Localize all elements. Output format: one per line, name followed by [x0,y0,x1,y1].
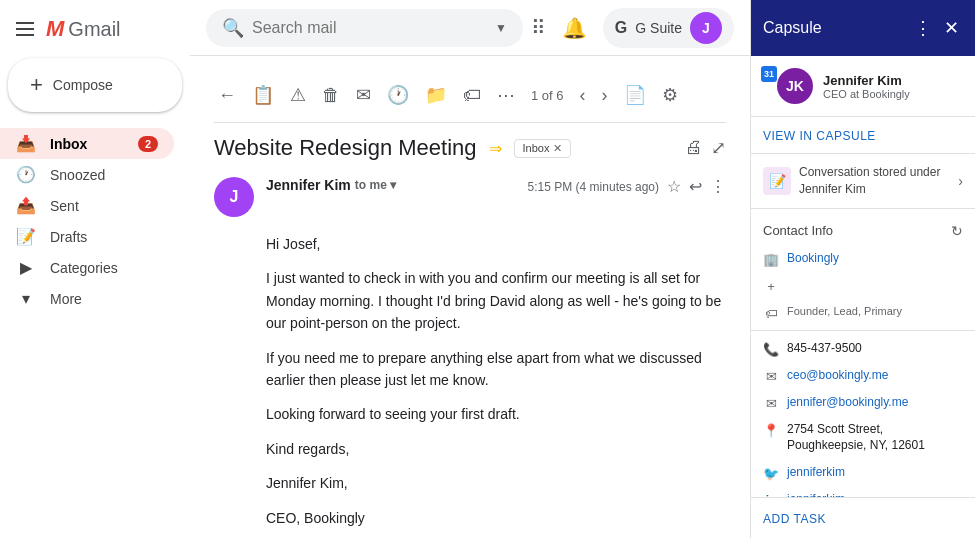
conversation-chevron-icon: › [958,173,963,189]
gmail-text: Gmail [68,18,120,41]
email-content-area: ← 📋 ⚠ 🗑 ✉ 🕐 📁 🏷 ⋯ 1 of 6 ‹ › 📄 ⚙ Website… [190,56,750,538]
sidebar-item-drafts[interactable]: 📝 Drafts [0,221,174,252]
twitter-value[interactable]: jenniferkim [787,464,845,481]
more-actions-icon[interactable]: ⋯ [493,80,519,110]
snooze-icon[interactable]: 🕐 [383,80,413,110]
print-icon[interactable]: 🖨 [685,137,703,159]
sidebar-item-more[interactable]: ▾ More [0,283,190,314]
conversation-stored[interactable]: 📝 Conversation stored under Jennifer Kim… [751,154,975,209]
more-options-icon[interactable]: ⋮ [710,177,726,196]
view-in-capsule-link[interactable]: VIEW IN CAPSULE [763,129,876,143]
sender-name: Jennifer Kim to me ▾ [266,177,516,193]
forwarded-icon: ⇒ [489,139,502,158]
contact-info-section: Contact Info ↻ 🏢 Bookingly + 🏷 Founder, … [751,209,975,497]
contact-plus-row: + [751,272,975,299]
email-greeting: Hi Josef, [266,233,726,255]
email-body-line6: CEO, Bookingly [266,507,726,529]
prev-page-icon[interactable]: ‹ [576,81,590,110]
inbox-label-badge: Inbox ✕ [514,139,572,158]
search-box[interactable]: 🔍 ▼ [206,9,523,47]
email2-icon: ✉ [763,396,779,411]
archive-icon[interactable]: 📋 [248,80,278,110]
more-icon: ▾ [16,289,36,308]
star-icon[interactable]: ☆ [667,177,681,196]
snoozed-label: Snoozed [50,167,158,183]
search-input[interactable] [252,19,487,37]
email-body-line5: Jennifer Kim, [266,472,726,494]
address-value: 2754 Scott Street, Poughkeepsie, NY, 126… [787,421,963,455]
categories-label: Categories [50,260,158,276]
email1-icon: ✉ [763,369,779,384]
inbox-icon: 📥 [16,134,36,153]
to-me-label[interactable]: to me ▾ [355,178,396,192]
capsule-more-icon[interactable]: ⋮ [910,13,936,43]
email-body-line2: If you need me to prepare anything else … [266,347,726,392]
gsuite-icon: G [615,19,627,37]
user-avatar[interactable]: J [690,12,722,44]
search-dropdown-icon[interactable]: ▼ [495,21,507,35]
tags-icon: 🏷 [763,306,779,321]
spam-icon[interactable]: ⚠ [286,80,310,110]
sender-name-text: Jennifer Kim [266,177,351,193]
conversation-icon: 📝 [763,167,791,195]
reply-icon[interactable]: ↩ [689,177,702,196]
sidebar-item-inbox[interactable]: 📥 Inbox 2 [0,128,174,159]
capsule-title: Capsule [763,19,910,37]
sender-avatar: J [214,177,254,217]
settings-icon[interactable]: ⚙ [658,80,682,110]
gsuite-badge[interactable]: G G Suite J [603,8,734,48]
mark-unread-icon[interactable]: ✉ [352,80,375,110]
email2-value[interactable]: jennifer@bookingly.me [787,394,908,411]
label-icon[interactable]: 🏷 [459,81,485,110]
apps-icon[interactable]: ⠿ [531,16,546,40]
topbar-right: ⠿ 🔔 G G Suite J [531,8,734,48]
next-page-icon[interactable]: › [598,81,612,110]
contact-tags-row: 🏷 Founder, Lead, Primary [751,299,975,326]
conversation-text: Conversation stored under Jennifer Kim [799,164,950,198]
email-body-line3: Looking forward to seeing your first dra… [266,403,726,425]
phone-icon: 📞 [763,342,779,357]
compose-plus-icon: + [30,72,43,98]
email-body-line4: Kind regards, [266,438,726,460]
sidebar-item-sent[interactable]: 📤 Sent [0,190,174,221]
move-icon[interactable]: 📁 [421,80,451,110]
contact-company-row: 🏢 Bookingly [751,245,975,272]
contact-title: CEO at Bookingly [823,88,910,100]
drafts-label: Drafts [50,229,158,245]
bell-icon[interactable]: 🔔 [562,16,587,40]
hamburger-icon[interactable] [16,22,34,36]
inbox-badge: 2 [138,136,158,152]
view-type-icon[interactable]: 📄 [620,80,650,110]
expand-icon[interactable]: ⤢ [711,137,726,159]
sidebar-item-categories[interactable]: ▶ Categories [0,252,174,283]
sidebar-item-snoozed[interactable]: 🕐 Snoozed [0,159,174,190]
sent-label: Sent [50,198,158,214]
phone-value: 845-437-9500 [787,340,862,357]
gmail-m-icon: M [46,16,64,42]
capsule-header: Capsule ⋮ ✕ [751,0,975,56]
company-value[interactable]: Bookingly [787,250,839,267]
email-time: 5:15 PM (4 minutes ago) [528,180,659,194]
contact-email1-row: ✉ ceo@bookingly.me [751,362,975,389]
delete-icon[interactable]: 🗑 [318,81,344,110]
capsule-close-icon[interactable]: ✕ [940,13,963,43]
remove-label-icon[interactable]: ✕ [553,142,562,155]
email1-value[interactable]: ceo@bookingly.me [787,367,888,384]
contact-info-title: Contact Info [763,223,951,238]
company-icon: 🏢 [763,252,779,267]
gmail-logo: M Gmail [46,16,121,42]
compose-button[interactable]: + Compose [8,58,182,112]
tags-value: Founder, Lead, Primary [787,304,902,319]
topbar: 🔍 ▼ ⠿ 🔔 G G Suite J [190,0,750,56]
main-content: 🔍 ▼ ⠿ 🔔 G G Suite J ← 📋 ⚠ 🗑 ✉ 🕐 📁 🏷 ⋯ 1 [190,0,750,538]
refresh-icon[interactable]: ↻ [951,223,963,239]
add-task-label[interactable]: ADD TASK [763,512,826,526]
back-icon[interactable]: ← [214,81,240,110]
contact-info-header: Contact Info ↻ [751,217,975,245]
page-count: 1 of 6 [531,88,564,103]
contact-details: Jennifer Kim CEO at Bookingly [823,73,910,100]
add-task-button[interactable]: ADD TASK [751,497,975,538]
sent-icon: 📤 [16,196,36,215]
view-in-capsule[interactable]: VIEW IN CAPSULE [751,117,975,154]
add-info-icon[interactable]: + [763,279,779,294]
